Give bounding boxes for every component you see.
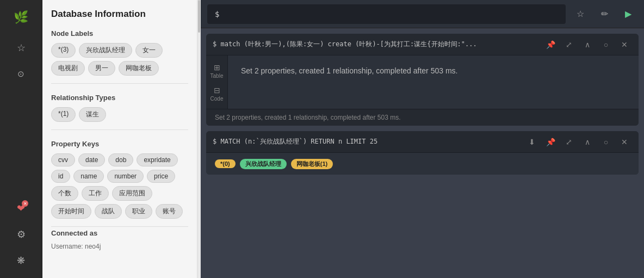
result-panel-1: $ match (叶秋:男一),(陈果:女一) create (叶秋)-[为其打… (206, 34, 639, 126)
sidebar-scrollbar[interactable] (197, 0, 201, 278)
search-nav-icon[interactable]: ⊙ (9, 62, 33, 86)
panel2-expand-btn[interactable]: ⤢ (561, 134, 577, 150)
sidebar-scroll-thumb[interactable] (198, 0, 200, 33)
rel-types-tags: *(1) 谋生 (51, 107, 188, 122)
command-input-wrapper: $ (207, 4, 566, 24)
panel2-up-btn[interactable]: ∧ (580, 134, 595, 150)
panel1-up-btn[interactable]: ∧ (580, 37, 595, 52)
divider3 (51, 226, 188, 227)
panel2-header: $ MATCH (n:`兴欣战队经理`) RETURN n LIMIT 25 ⬇… (206, 131, 639, 153)
cmd-dollar-sign: $ (215, 10, 219, 18)
error-nav-icon[interactable]: ❤ ✕ (9, 196, 33, 220)
tag-kaishi[interactable]: 开始时间 (51, 204, 91, 219)
panel2-tag-3[interactable]: 网咖老板(1) (291, 159, 333, 169)
tag-name[interactable]: name (73, 170, 104, 183)
code-icon: ⊟ (214, 86, 220, 95)
tag-price[interactable]: price (147, 170, 175, 183)
tag-yingyong[interactable]: 应用范围 (112, 186, 152, 201)
panel1-content-text: Set 2 properties, created 1 relationship… (241, 66, 457, 75)
tag-zhandui[interactable]: 战队 (95, 204, 122, 219)
panel1-table-tab[interactable]: ⊞ Table (207, 60, 227, 82)
result-panel-2: $ MATCH (n:`兴欣战队经理`) RETURN n LIMIT 25 ⬇… (206, 131, 639, 175)
prop-keys-heading: Property Keys (51, 140, 188, 148)
table-icon: ⊞ (214, 63, 220, 72)
tag-zhanghao[interactable]: 账号 (156, 204, 183, 219)
panel1-code-tab[interactable]: ⊟ Code (207, 83, 227, 104)
app-logo: 🌿 (9, 5, 33, 29)
star-nav-icon[interactable]: ☆ (9, 36, 33, 60)
node-labels-heading: Node Labels (51, 29, 188, 38)
panel2-download-btn[interactable]: ⬇ (524, 134, 540, 150)
code-tab-label: Code (210, 96, 224, 102)
run-cmd-btn[interactable]: ▶ (619, 5, 637, 23)
settings-nav-icon[interactable]: ⚙ (9, 223, 33, 246)
panel1-footer: Set 2 properties, created 1 relationship… (206, 109, 639, 126)
divider1 (51, 83, 188, 84)
panel2-refresh-btn[interactable]: ○ (598, 134, 614, 150)
tag-mou[interactable]: 谋生 (79, 107, 106, 122)
command-input[interactable] (224, 10, 558, 18)
panel1-body: ⊞ Table ⊟ Code Set 2 properties, created… (206, 55, 639, 109)
edit-cmd-btn[interactable]: ✏ (595, 5, 614, 23)
panel2-tag-1[interactable]: *(0) (215, 159, 236, 168)
icon-bar: 🌿 ☆ ⊙ ❤ ✕ ⚙ ❋ (0, 0, 42, 278)
favorite-cmd-btn[interactable]: ☆ (571, 5, 590, 23)
panel1-header: $ match (叶秋:男一),(陈果:女一) create (叶秋)-[为其打… (206, 34, 639, 55)
panel1-side-tabs: ⊞ Table ⊟ Code (206, 55, 228, 109)
divider2 (51, 129, 188, 130)
panel1-pin-btn[interactable]: 📌 (543, 37, 558, 52)
tag-geshu[interactable]: 个数 (51, 186, 78, 201)
connected-username: Username: neo4j (51, 243, 188, 250)
tag-gongzuo[interactable]: 工作 (82, 186, 109, 201)
tag-star3[interactable]: *(3) (51, 43, 76, 58)
tag-number[interactable]: number (107, 170, 144, 183)
panel1-footer-text: Set 2 properties, created 1 relationship… (215, 114, 401, 121)
tag-dianjv[interactable]: 电视剧 (51, 61, 85, 76)
prop-keys-tags: cvv date dob expridate id name number pr… (51, 153, 188, 219)
node-labels-tags: *(3) 兴欣战队经理 女一 电视剧 男一 网咖老板 (51, 43, 188, 76)
panel1-close-btn[interactable]: ✕ (617, 37, 632, 52)
tag-nanyi[interactable]: 男一 (88, 61, 115, 76)
tag-star1[interactable]: *(1) (51, 107, 76, 122)
sidebar-title: Database Information (51, 9, 188, 20)
tag-wangka[interactable]: 网咖老板 (119, 61, 159, 76)
tag-id[interactable]: id (51, 170, 70, 183)
tag-dob[interactable]: dob (108, 153, 133, 166)
panel2-close-btn[interactable]: ✕ (617, 134, 632, 150)
command-bar: $ ☆ ✏ ▶ (201, 0, 644, 28)
panel2-query: $ MATCH (n:`兴欣战队经理`) RETURN n LIMIT 25 (213, 137, 521, 146)
connected-as-heading: Connected as (51, 229, 188, 237)
result-panels: $ match (叶秋:男一),(陈果:女一) create (叶秋)-[为其打… (201, 28, 644, 278)
rel-types-heading: Relationship Types (51, 94, 188, 102)
tag-expridate[interactable]: expridate (137, 153, 177, 166)
tag-xingxin[interactable]: 兴欣战队经理 (79, 43, 132, 58)
tag-zhiye[interactable]: 职业 (125, 204, 152, 219)
panel2-tag-2[interactable]: 兴欣战队经理 (240, 159, 287, 169)
panel2-pin-btn[interactable]: 📌 (543, 134, 558, 150)
panel1-expand-btn[interactable]: ⤢ (561, 37, 577, 52)
tag-nvyi[interactable]: 女一 (135, 43, 163, 58)
tag-cvv[interactable]: cvv (51, 153, 75, 166)
panel2-tag-row: *(0) 兴欣战队经理 网咖老板(1) (206, 153, 639, 175)
bulb-nav-icon[interactable]: ❋ (9, 249, 33, 273)
panel1-query: $ match (叶秋:男一),(陈果:女一) create (叶秋)-[为其打… (213, 40, 540, 49)
table-tab-label: Table (210, 73, 224, 79)
main-content: $ ☆ ✏ ▶ $ match (叶秋:男一),(陈果:女一) create (… (201, 0, 644, 278)
sidebar: Database Information Node Labels *(3) 兴欣… (42, 0, 197, 278)
panel1-content: Set 2 properties, created 1 relationship… (228, 55, 639, 109)
panel1-refresh-btn[interactable]: ○ (598, 37, 614, 52)
tag-date[interactable]: date (78, 153, 105, 166)
